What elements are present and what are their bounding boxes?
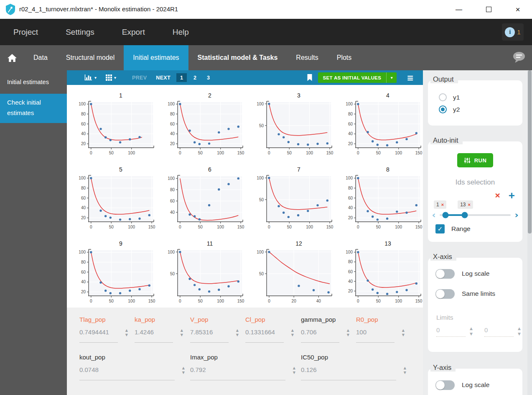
stepper-up-icon[interactable]: ▲ <box>293 367 295 369</box>
ids-range-slider[interactable] <box>440 214 511 216</box>
limit-stepper[interactable]: ▲▼ <box>470 327 473 336</box>
plot-cell-11[interactable]: 1150100050100150 <box>156 233 245 307</box>
plot-cell-3[interactable]: 350100050100150 <box>245 85 334 159</box>
range-checkbox[interactable]: ✓ <box>435 224 445 233</box>
maximize-button[interactable] <box>479 0 498 19</box>
slider-handle-min[interactable] <box>442 212 448 218</box>
stepper-down-icon[interactable]: ▼ <box>236 333 239 336</box>
param-stepper[interactable]: ▲▼ <box>347 329 349 336</box>
toggle-log-scale[interactable] <box>435 269 455 279</box>
param-stepper[interactable]: ▲▼ <box>291 329 294 336</box>
set-values-dropdown-caret[interactable]: ▾ <box>386 72 397 83</box>
stepper-down-icon[interactable]: ▼ <box>125 333 128 336</box>
toggle-log-scale[interactable] <box>435 380 455 390</box>
stepper-down-icon[interactable]: ▼ <box>181 333 183 336</box>
plot-cell-1[interactable]: 120406080100050100 <box>67 85 156 159</box>
toggle-same-limits[interactable] <box>435 289 455 299</box>
remove-chip-icon[interactable]: × <box>441 202 444 207</box>
minimize-button[interactable]: — <box>449 0 468 19</box>
menu-item-export[interactable]: Export <box>122 28 145 37</box>
slider-left-chevron-icon[interactable]: ‹ <box>430 211 438 219</box>
sidebar-item-check-initial-estimates[interactable]: Check initial estimates <box>0 94 67 123</box>
page-button-2[interactable]: 2 <box>190 73 200 82</box>
stepper-up-icon[interactable]: ▲ <box>182 367 185 369</box>
slider-right-chevron-icon[interactable]: › <box>513 211 520 219</box>
stepper-down-icon[interactable]: ▼ <box>470 332 473 336</box>
remove-chip-icon[interactable]: × <box>468 202 470 207</box>
stepper-down-icon[interactable]: ▼ <box>293 371 295 374</box>
page-button-1[interactable]: 1 <box>176 73 187 82</box>
param-input-v-pop[interactable] <box>190 328 229 336</box>
notification-badge[interactable]: i 1 <box>502 23 524 41</box>
plot-cell-5[interactable]: 520406080100050100150 <box>67 159 156 233</box>
stepper-up-icon[interactable]: ▲ <box>236 329 239 332</box>
stepper-up-icon[interactable]: ▲ <box>402 329 405 332</box>
menu-item-project[interactable]: Project <box>13 28 38 37</box>
plot-cell-6[interactable]: 6406080100050100150 <box>156 159 245 233</box>
param-stepper[interactable]: ▲▼ <box>182 367 185 374</box>
menu-item-help[interactable]: Help <box>173 28 189 37</box>
radio-option-y1[interactable]: y1 <box>439 91 522 103</box>
stepper-up-icon[interactable]: ▲ <box>125 329 128 332</box>
param-stepper[interactable]: ▲▼ <box>293 367 295 374</box>
set-as-initial-values-button[interactable]: SET AS INITIAL VALUES ▾ <box>318 72 397 83</box>
tab-results[interactable]: Results <box>287 45 327 70</box>
param-input-gamma-pop[interactable] <box>301 328 339 336</box>
param-input-ic50-pop[interactable] <box>301 366 396 373</box>
radio-option-y2[interactable]: y2 <box>439 103 522 115</box>
remove-ids-icon[interactable]: × <box>495 191 500 200</box>
tab-statistical-model-tasks[interactable]: Statistical model & Tasks <box>188 45 287 70</box>
comments-icon[interactable] <box>512 51 526 65</box>
id-chip-1[interactable]: 1× <box>434 200 446 209</box>
panel-scrollbar[interactable] <box>527 70 532 395</box>
stepper-down-icon[interactable]: ▼ <box>182 371 185 374</box>
stepper-up-icon[interactable]: ▲ <box>181 329 183 332</box>
slider-handle-max[interactable] <box>461 212 468 218</box>
param-input-ka-pop[interactable] <box>135 328 173 336</box>
tab-structural-model[interactable]: Structural model <box>57 45 124 70</box>
tab-initial-estimates[interactable]: Initial estimates <box>124 45 188 70</box>
param-stepper[interactable]: ▲▼ <box>236 329 239 336</box>
id-chip-13[interactable]: 13× <box>458 200 473 209</box>
stepper-up-icon[interactable]: ▲ <box>291 329 294 332</box>
plot-cell-8[interactable]: 820406080100050100150 <box>334 159 423 233</box>
plot-cell-9[interactable]: 920406080100050100150 <box>67 233 156 307</box>
param-input-imax-pop[interactable] <box>190 366 285 373</box>
add-id-icon[interactable]: + <box>509 191 515 200</box>
layout-selector[interactable]: ▾ <box>106 74 116 81</box>
plot-cell-12[interactable]: 125010002040 <box>245 233 334 307</box>
stepper-down-icon[interactable]: ▼ <box>402 333 405 336</box>
limit-stepper[interactable]: ▲▼ <box>518 327 521 336</box>
param-input-tlag-pop[interactable] <box>79 328 118 336</box>
plot-cell-4[interactable]: 420406080100050100150 <box>334 85 423 159</box>
plot-cell-13[interactable]: 1320406080100050100150 <box>334 233 423 307</box>
run-button[interactable]: RUN <box>457 153 494 167</box>
prev-page-button[interactable]: PREV <box>132 75 147 81</box>
radio-y1[interactable] <box>439 93 447 101</box>
param-stepper[interactable]: ▲▼ <box>404 367 406 374</box>
stepper-up-icon[interactable]: ▲ <box>347 329 349 332</box>
plot-menu-icon[interactable]: ≡ <box>407 73 414 83</box>
plot-cell-7[interactable]: 750100050100150 <box>245 159 334 233</box>
home-tab[interactable] <box>0 45 24 70</box>
x-limit-input-max[interactable] <box>484 326 514 337</box>
param-stepper[interactable]: ▲▼ <box>125 329 128 336</box>
tab-data[interactable]: Data <box>24 45 57 70</box>
page-button-3[interactable]: 3 <box>203 73 214 82</box>
param-stepper[interactable]: ▲▼ <box>402 329 405 336</box>
sidebar-item-initial-estimates[interactable]: Initial estimates <box>0 74 67 90</box>
stepper-up-icon[interactable]: ▲ <box>518 327 521 330</box>
stepper-up-icon[interactable]: ▲ <box>470 327 473 330</box>
stepper-down-icon[interactable]: ▼ <box>347 333 349 336</box>
x-limit-input-min[interactable] <box>436 326 466 337</box>
plot-cell-2[interactable]: 220406080100050100150 <box>156 85 245 159</box>
close-button[interactable]: × <box>508 0 527 19</box>
param-input-r0-pop[interactable] <box>356 328 395 336</box>
tab-plots[interactable]: Plots <box>328 45 361 70</box>
stepper-up-icon[interactable]: ▲ <box>404 367 406 369</box>
stepper-down-icon[interactable]: ▼ <box>518 332 521 336</box>
next-page-button[interactable]: NEXT <box>156 75 171 81</box>
bookmark-icon[interactable] <box>307 74 313 81</box>
plot-type-selector[interactable]: ▾ <box>84 74 97 81</box>
param-input-cl-pop[interactable] <box>245 328 284 336</box>
